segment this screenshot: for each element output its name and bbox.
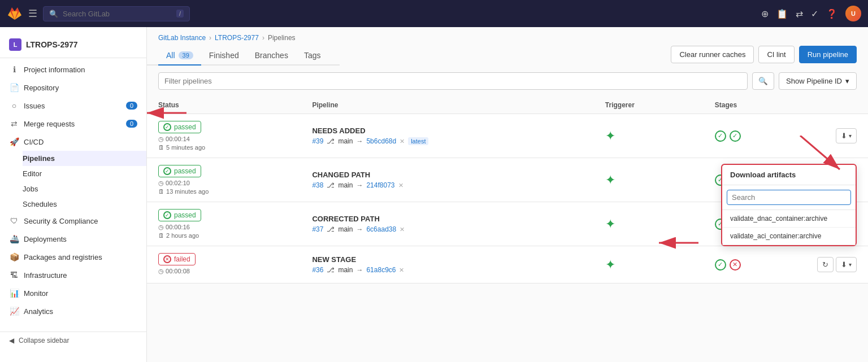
- col-stages: Stages: [704, 97, 806, 114]
- pipeline-details: #39 ⎇ main → 5b6cd68d ✕ latest: [312, 137, 582, 145]
- filter-pipelines-input[interactable]: [158, 72, 748, 90]
- project-icon: L: [9, 38, 21, 51]
- monitor-icon: 📊: [9, 289, 19, 298]
- show-pipeline-id-button[interactable]: Show Pipeline ID ▾: [779, 72, 857, 90]
- collapse-sidebar-button[interactable]: ◀ Collapse sidebar: [0, 332, 146, 349]
- download-button[interactable]: ⬇ ▾: [836, 257, 857, 272]
- tab-finished[interactable]: Finished: [201, 46, 247, 66]
- collapse-label: Collapse sidebar: [19, 337, 69, 344]
- pipeline-number-link[interactable]: #36: [312, 266, 323, 274]
- tab-branches[interactable]: Branches: [247, 46, 296, 66]
- pipeline-number-link[interactable]: #39: [312, 137, 323, 145]
- breadcrumb-gitlab-instance[interactable]: GitLab Instance: [158, 34, 206, 42]
- cancel-hash-icon: ✕: [400, 138, 405, 145]
- download-artifacts-button[interactable]: ⬇ ▾: [836, 128, 857, 143]
- sidebar-item-pipelines[interactable]: Pipelines: [23, 151, 146, 166]
- status-cell: ✕ failed ◷ 00:00:08: [147, 246, 301, 284]
- sidebar-item-label: Schedules: [23, 200, 57, 208]
- project-information-icon: ℹ: [9, 65, 19, 74]
- breadcrumb-current: Pipelines: [268, 34, 296, 42]
- sidebar-item-label: Repository: [24, 84, 59, 92]
- filter-search-button[interactable]: 🔍: [752, 72, 774, 90]
- pipeline-name: CHANGED PATH: [312, 171, 582, 179]
- snippets-icon[interactable]: 📋: [776, 8, 788, 19]
- clear-runner-caches-button[interactable]: Clear runner caches: [671, 46, 754, 63]
- issues-badge: 0: [126, 102, 137, 110]
- sidebar-item-merge-requests[interactable]: ⇄ Merge requests 0: [0, 115, 146, 133]
- sidebar-item-editor[interactable]: Editor: [23, 166, 146, 181]
- tab-all[interactable]: All 39: [158, 46, 201, 66]
- merge-requests-nav-icon: ⇄: [9, 119, 19, 128]
- branch-icon: ⎇: [327, 266, 335, 274]
- gitlab-logo[interactable]: [7, 6, 23, 21]
- merge-requests-badge: 0: [126, 120, 137, 128]
- status-badge: ✓ passed: [158, 165, 201, 177]
- triggerer-icon: ✦: [605, 217, 615, 231]
- status-badge: ✓ passed: [158, 121, 201, 133]
- branch-icon: ⎇: [327, 181, 335, 189]
- hamburger-menu[interactable]: ☰: [28, 7, 37, 20]
- time-ago: 🗓 5 minutes ago: [158, 144, 289, 151]
- commit-hash-link[interactable]: 61a8c9c6: [366, 266, 396, 274]
- duration-icon: ◷ 00:00:08: [158, 268, 289, 275]
- sidebar-item-monitor[interactable]: 📊 Monitor: [0, 284, 146, 302]
- triggerer-cell: ✦: [594, 158, 704, 202]
- tab-tags[interactable]: Tags: [296, 46, 329, 66]
- pipeline-time: ◷ 00:00:14 🗓 5 minutes ago: [158, 136, 289, 151]
- breadcrumb-project[interactable]: LTROPS-2977: [215, 34, 259, 42]
- sidebar-item-analytics[interactable]: 📈 Analytics: [0, 302, 146, 320]
- sidebar-item-cicd[interactable]: 🚀 CI/CD: [0, 133, 146, 151]
- sidebar-item-security-compliance[interactable]: 🛡 Security & Compliance: [0, 212, 146, 230]
- pipeline-number-link[interactable]: #37: [312, 225, 323, 233]
- download-item-1[interactable]: validate_aci_container:archive: [722, 228, 856, 245]
- commit-arrow-icon: →: [356, 181, 363, 189]
- table-row: ✕ failed ◷ 00:00:08 NEW STAGE #36 ⎇ main…: [147, 246, 868, 284]
- stages-cell: ✓✓: [704, 114, 806, 158]
- pipeline-details: #38 ⎇ main → 214f8073 ✕: [312, 181, 582, 189]
- sidebar-item-schedules[interactable]: Schedules: [23, 197, 146, 212]
- commit-hash-link[interactable]: 214f8073: [366, 181, 394, 189]
- latest-badge: latest: [408, 137, 428, 145]
- run-pipeline-button[interactable]: Run pipeline: [799, 46, 857, 63]
- todos-icon[interactable]: ✓: [811, 8, 818, 19]
- help-icon[interactable]: ❓: [826, 8, 837, 19]
- sidebar-item-infrastructure[interactable]: 🏗 Infrastructure: [0, 266, 146, 284]
- sidebar: L LTROPS-2977 ℹ Project information 📄 Re…: [0, 27, 147, 362]
- pipeline-number-link[interactable]: #38: [312, 181, 323, 189]
- commit-hash-link[interactable]: 5b6cd68d: [366, 137, 396, 145]
- cancel-hash-icon: ✕: [398, 182, 403, 189]
- ci-lint-button[interactable]: CI lint: [758, 46, 794, 63]
- sidebar-item-project-information[interactable]: ℹ Project information: [0, 60, 146, 78]
- project-name: LTROPS-2977: [26, 40, 78, 49]
- sidebar-item-repository[interactable]: 📄 Repository: [0, 78, 146, 97]
- sidebar-item-packages-registries[interactable]: 📦 Packages and registries: [0, 248, 146, 266]
- branch-icon: ⎇: [327, 137, 335, 145]
- merge-requests-icon[interactable]: ⇄: [796, 8, 803, 19]
- sidebar-item-jobs[interactable]: Jobs: [23, 181, 146, 197]
- triggerer-cell: ✦: [594, 114, 704, 158]
- pipeline-tabs: All 39 Finished Branches Tags: [147, 42, 340, 66]
- cancel-hash-icon: ✕: [399, 267, 404, 274]
- pipeline-cell: CORRECTED PATH #37 ⎇ main → 6c6aad38 ✕: [301, 202, 593, 246]
- download-popup-search-container: [722, 185, 856, 210]
- sidebar-item-issues[interactable]: ○ Issues 0: [0, 97, 146, 115]
- user-avatar[interactable]: U: [845, 6, 861, 21]
- create-new-icon[interactable]: ⊕: [761, 8, 769, 19]
- collapse-icon: ◀: [9, 337, 14, 344]
- commit-hash-link[interactable]: 6c6aad38: [366, 225, 396, 233]
- sidebar-item-label: Issues: [24, 102, 45, 110]
- status-check-icon: ✓: [163, 167, 171, 175]
- download-search-input[interactable]: [727, 190, 851, 205]
- pipeline-name: NEW STAGE: [312, 255, 582, 264]
- sidebar-item-deployments[interactable]: 🚢 Deployments: [0, 230, 146, 248]
- download-item-0[interactable]: validate_dnac_container:archive: [722, 210, 856, 228]
- pipeline-time: ◷ 00:00:16 🗓 2 hours ago: [158, 224, 289, 239]
- duration-icon: ◷ 00:00:16: [158, 224, 289, 231]
- actions-cell: ↻⬇ ▾: [806, 246, 868, 284]
- retry-button[interactable]: ↻: [817, 257, 834, 272]
- topnav-right-icons: ⊕ 📋 ⇄ ✓ ❓ U: [761, 6, 861, 21]
- pipeline-cell: NEW STAGE #36 ⎇ main → 61a8c9c6 ✕: [301, 246, 593, 284]
- global-search-input[interactable]: [63, 10, 172, 18]
- stage-icons: ✓✕: [715, 259, 795, 271]
- branch-icon: ⎇: [327, 225, 335, 233]
